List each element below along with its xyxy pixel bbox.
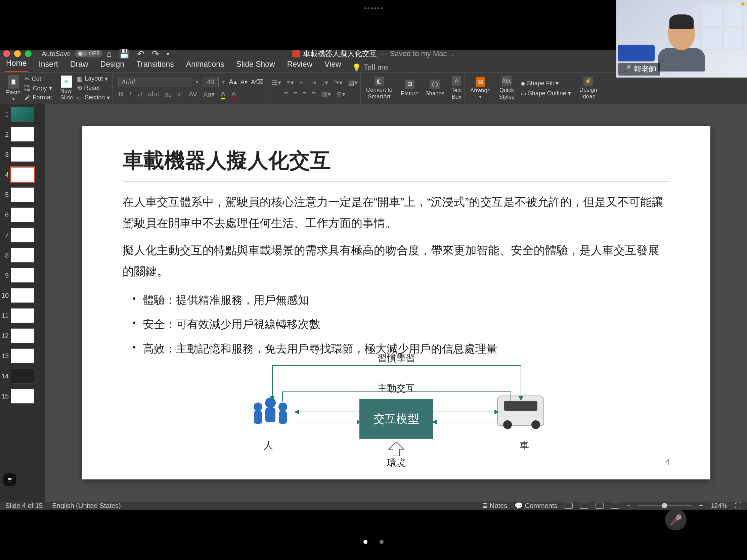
italic-button[interactable]: I <box>129 90 131 99</box>
slide-counter[interactable]: Slide 4 of 15 <box>5 502 43 510</box>
section-button[interactable]: ▭Section ▾ <box>77 94 110 101</box>
superscript-button[interactable]: x² <box>177 90 183 99</box>
shape-outline-button[interactable]: ▭ Shape Outline ▾ <box>521 90 571 97</box>
quick-styles-button[interactable]: AbcQuick Styles <box>499 76 514 100</box>
autosave-toggle[interactable]: OFF <box>75 50 102 57</box>
align-text-button[interactable]: ▤▾ <box>348 79 358 87</box>
slide-thumbnail[interactable] <box>11 208 34 222</box>
tab-view[interactable]: View <box>323 58 342 72</box>
underline-button[interactable]: U <box>137 90 142 99</box>
slide-title[interactable]: 車載機器人擬人化交互 <box>123 146 670 175</box>
character-spacing-button[interactable]: AV <box>189 90 197 99</box>
slide-thumbnail[interactable] <box>11 187 34 202</box>
slide-thumbnail[interactable] <box>11 348 34 363</box>
redo-icon[interactable]: ↷ <box>152 49 159 59</box>
normal-view-button[interactable] <box>565 503 573 509</box>
tab-animations[interactable]: Animations <box>185 58 226 72</box>
language-indicator[interactable]: English (United States) <box>52 502 121 510</box>
slide-diagram[interactable]: 習慣學習 主動交互 交互模型 人 車 環境 <box>245 352 547 469</box>
strike-button[interactable]: abc <box>148 90 159 99</box>
tab-slideshow[interactable]: Slide Show <box>235 58 277 72</box>
justify-button[interactable]: ≡ <box>312 90 316 98</box>
bold-button[interactable]: B <box>118 90 123 99</box>
distribute-button[interactable]: ⊞▾ <box>336 90 345 98</box>
undo-icon[interactable]: ↶ <box>137 49 145 59</box>
change-case-button[interactable]: Aa▾ <box>203 90 215 99</box>
tab-transitions[interactable]: Transitions <box>135 58 175 72</box>
font-size-select[interactable]: 48 <box>202 77 218 87</box>
slideshow-view-button[interactable] <box>611 503 619 509</box>
tab-home[interactable]: Home <box>5 57 28 72</box>
slide-thumbnail[interactable] <box>11 167 34 182</box>
home-icon[interactable]: ⌂ <box>106 49 112 59</box>
pager-dot[interactable] <box>363 540 367 544</box>
subscript-button[interactable]: x₂ <box>165 90 171 99</box>
slide-thumbnail[interactable] <box>11 328 34 343</box>
clear-format-icon[interactable]: A⌫ <box>251 78 263 86</box>
highlight-button[interactable]: A <box>221 90 225 99</box>
zoom-in-button[interactable]: + <box>699 502 703 510</box>
slide-thumbnail[interactable] <box>11 268 34 283</box>
columns-button[interactable]: ▥▾ <box>321 90 331 98</box>
sorter-view-button[interactable] <box>580 503 588 509</box>
textbox-button[interactable]: AText Box <box>452 76 462 100</box>
slide-thumbnail[interactable] <box>11 228 34 242</box>
document-title[interactable]: 車載機器人擬人化交互 — Saved to my Mac ⌄ <box>292 49 455 59</box>
maximize-button[interactable] <box>25 50 31 57</box>
font-name-select[interactable]: Arial <box>118 77 192 87</box>
mute-mic-button[interactable]: 🎤 <box>665 509 687 530</box>
increase-font-icon[interactable]: A▴ <box>228 78 237 86</box>
save-icon[interactable]: 💾 <box>119 49 130 59</box>
reading-view-button[interactable] <box>595 503 603 509</box>
increase-indent-button[interactable]: ⇥ <box>310 79 316 87</box>
chevron-down-icon[interactable]: ⌄ <box>450 51 455 57</box>
layout-button[interactable]: ▦Layout ▾ <box>77 75 110 83</box>
tab-draw[interactable]: Draw <box>69 58 90 72</box>
tell-me-search[interactable]: 💡 Tell me <box>352 63 388 72</box>
slide-thumbnail[interactable] <box>11 308 34 323</box>
zoom-slider[interactable] <box>638 505 692 506</box>
shapes-button[interactable]: ◯Shapes <box>425 80 445 97</box>
slide-thumbnail[interactable] <box>11 389 34 404</box>
slide-thumbnail[interactable] <box>11 288 34 303</box>
participant-video[interactable]: 🎤 韓老師 <box>616 0 747 78</box>
zoom-out-button[interactable]: − <box>626 502 630 510</box>
new-slide-button[interactable]: ＋ New Slide <box>60 76 73 101</box>
decrease-font-icon[interactable]: A▾ <box>240 78 248 86</box>
tab-design[interactable]: Design <box>99 58 126 72</box>
text-direction-button[interactable]: ↷▾ <box>334 79 342 87</box>
decrease-indent-button[interactable]: ⇤ <box>299 79 305 87</box>
comments-toggle[interactable]: 💬 Comments <box>515 502 557 510</box>
qat-more-icon[interactable]: ▾ <box>166 51 169 57</box>
reset-button[interactable]: ⟲Reset <box>77 85 110 92</box>
align-center-button[interactable]: ≡ <box>293 90 297 98</box>
format-painter-button[interactable]: 🖌Format <box>25 94 52 101</box>
conference-dock-pager[interactable] <box>363 540 384 544</box>
line-spacing-button[interactable]: ↕▾ <box>321 79 328 87</box>
bullet-item[interactable]: 安全：可有效減少用戶視線轉移次數 <box>133 312 670 337</box>
pager-dot[interactable] <box>380 540 384 544</box>
align-right-button[interactable]: ≡ <box>303 90 307 98</box>
slide-thumbnail[interactable] <box>11 107 34 122</box>
paste-button[interactable]: 📋 Paste ▾ <box>6 75 21 101</box>
numbering-button[interactable]: ≡▾ <box>286 79 294 87</box>
tab-insert[interactable]: Insert <box>37 58 59 72</box>
collapse-panel-button[interactable]: ≡ <box>3 473 16 486</box>
tab-review[interactable]: Review <box>286 58 314 72</box>
cut-button[interactable]: ✂Cut <box>25 75 52 83</box>
design-ideas-button[interactable]: ⚡ Design Ideas <box>577 73 600 103</box>
slide-paragraph[interactable]: 擬人化主動交互的特點與車載場景的需求具有極高的吻合度，帶來更加智能、安全的體驗，… <box>123 240 670 282</box>
bullet-item[interactable]: 體驗：提供精准服務，用戶無感知 <box>133 288 670 313</box>
copy-button[interactable]: ⿻Copy ▾ <box>25 85 52 92</box>
slide[interactable]: 車載機器人擬人化交互 在人車交互體系中，駕駛員的核心注意力一定是在“開車”上，“… <box>82 126 711 479</box>
notes-toggle[interactable]: ≣ Notes <box>482 502 507 510</box>
slide-thumbnail[interactable] <box>11 127 34 142</box>
slide-paragraph[interactable]: 在人車交互體系中，駕駛員的核心注意力一定是在“開車”上，“沉浸式”的交互是不被允… <box>123 191 670 234</box>
slide-bullets[interactable]: 體驗：提供精准服務，用戶無感知 安全：可有效減少用戶視線轉移次數 高效：主動記憶… <box>123 288 670 361</box>
slide-thumbnail[interactable] <box>11 248 34 263</box>
slide-canvas-area[interactable]: 車載機器人擬人化交互 在人車交互體系中，駕駛員的核心注意力一定是在“開車”上，“… <box>45 104 747 502</box>
fit-to-window-button[interactable]: ⛶ <box>735 502 742 510</box>
align-left-button[interactable]: ≡ <box>284 90 288 98</box>
font-color-button[interactable]: A <box>231 90 236 99</box>
arrange-button[interactable]: ▦ Arrange ▾ <box>467 73 493 103</box>
